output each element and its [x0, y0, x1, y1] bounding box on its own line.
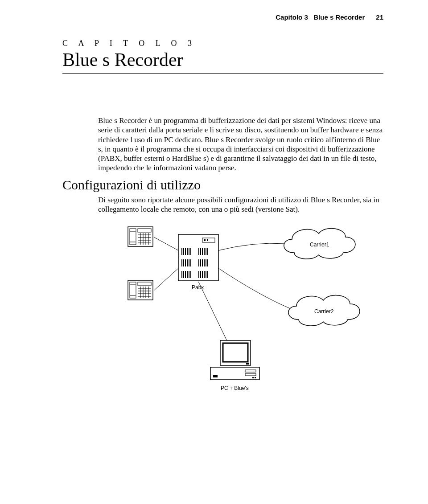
svg-rect-77 — [255, 377, 256, 378]
svg-rect-31 — [204, 239, 206, 241]
svg-rect-73 — [213, 375, 218, 377]
phone-icon — [127, 279, 154, 302]
svg-rect-4 — [130, 229, 136, 245]
header-chapter-ref: Capitolo 3 — [276, 13, 308, 21]
carrier1-label: Carrier1 — [310, 242, 329, 248]
svg-rect-75 — [245, 373, 256, 376]
carrier2-label: Carrier2 — [314, 308, 333, 315]
pc-label: PC + Blue's — [221, 385, 249, 391]
intro-paragraph: Blue s Recorder è un programma di buffer… — [98, 116, 383, 173]
svg-rect-32 — [207, 239, 208, 241]
svg-line-2 — [198, 282, 230, 346]
section-heading: Configurazioni di utilizzo — [62, 177, 383, 193]
phone-icon — [127, 226, 154, 248]
header-chapter-name: Blue s Recorder — [313, 13, 365, 21]
svg-line-1 — [154, 268, 178, 291]
section-paragraph: Di seguito sono riportate alcune possibi… — [98, 195, 383, 214]
svg-rect-76 — [252, 377, 254, 378]
network-diagram: Pabx Carrier1 Carrier2 PC + Blue's — [120, 224, 383, 393]
svg-rect-74 — [245, 370, 256, 372]
svg-rect-20 — [138, 282, 151, 286]
chapter-title: Blue s Recorder — [62, 49, 383, 74]
pabx-icon — [177, 234, 220, 283]
page-header: Capitolo 3 Blue s Recorder 21 — [62, 13, 383, 21]
svg-rect-70 — [223, 343, 248, 362]
chapter-label: C A P I T O L O 3 — [62, 39, 383, 48]
pabx-label: Pabx — [192, 284, 204, 291]
svg-rect-7 — [138, 229, 151, 232]
pc-icon — [210, 340, 261, 384]
header-page-number: 21 — [376, 13, 383, 21]
svg-line-0 — [154, 237, 178, 250]
svg-rect-71 — [246, 363, 249, 365]
svg-rect-17 — [130, 282, 136, 298]
